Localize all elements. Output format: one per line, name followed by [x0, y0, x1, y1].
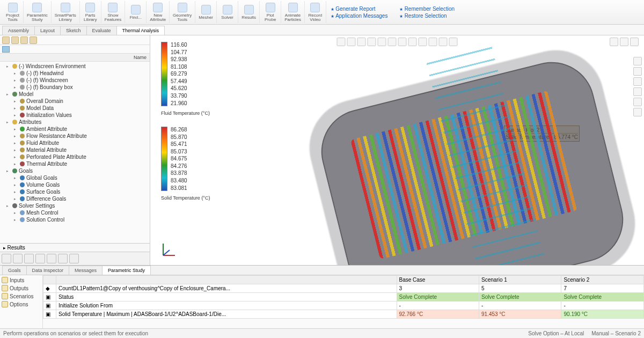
view-icon[interactable] [69, 254, 79, 263]
vp-icon[interactable] [357, 38, 366, 46]
tree-node[interactable]: Goals [3, 167, 149, 174]
ribbon-anim_part[interactable]: Animate Particles [281, 1, 305, 23]
vp-icon[interactable] [378, 38, 386, 46]
minimize-icon[interactable] [610, 38, 618, 46]
link-generate-report[interactable]: Generate Report [331, 6, 388, 12]
tree-node[interactable]: Model Data [3, 105, 149, 112]
ribbon-new_attr[interactable]: New Attribute [147, 1, 170, 23]
row-icon-cell[interactable]: ▣ [43, 293, 56, 302]
ribbon-find[interactable]: Find... [125, 1, 147, 23]
view-icon[interactable] [24, 254, 34, 263]
bottom-tab-goals[interactable]: Goals [2, 266, 27, 275]
ribbon-mesher[interactable]: Mesher [195, 1, 217, 23]
link-remember-selection[interactable]: Remember Selection [399, 6, 455, 12]
tree-tool-icon[interactable] [11, 36, 19, 44]
ribbon-parametric_study[interactable]: Parametric Study [24, 1, 52, 23]
tree-node[interactable]: Mesh Control [3, 209, 149, 216]
results-section-header[interactable]: ▸ Results [0, 243, 150, 252]
side-options[interactable]: Options [2, 301, 41, 307]
vp-side-icon[interactable] [633, 87, 642, 96]
side-inputs[interactable]: Inputs [2, 277, 41, 283]
link-app-messages[interactable]: Application Messages [331, 13, 388, 19]
row-icon-cell[interactable]: ◆ [43, 284, 56, 293]
tab-evaluate[interactable]: Evaluate [86, 26, 117, 35]
model-tree[interactable]: (-) Windscreen Environment(-) (f) Headwi… [0, 62, 150, 243]
tab-thermal-analysis[interactable]: Thermal Analysis [116, 26, 165, 35]
tree-node[interactable]: Attributes [3, 119, 149, 126]
ribbon-solver[interactable]: Solver [217, 1, 238, 23]
ribbon-smartparts[interactable]: SmartParts Library [52, 1, 80, 23]
tree-node[interactable]: (-) (f) Headwind [3, 70, 149, 77]
vp-icon[interactable] [347, 38, 356, 46]
ribbon-results[interactable]: Results [238, 1, 260, 23]
side-outputs[interactable]: Outputs [2, 285, 41, 291]
tree-node[interactable]: Overall Domain [3, 98, 149, 105]
close-icon[interactable] [630, 38, 639, 46]
ribbon-parts_lib[interactable]: Parts Library [80, 1, 101, 23]
tab-sketch[interactable]: Sketch [60, 26, 87, 35]
row-icon-cell[interactable]: ▣ [43, 310, 56, 319]
tree-node[interactable]: (-) (f) Boundary box [3, 84, 149, 91]
side-scenarios[interactable]: Scenarios [2, 293, 41, 299]
view-icon[interactable] [13, 254, 23, 263]
status-solve-option[interactable]: Solve Option – At Local [528, 330, 584, 336]
tree-node[interactable]: Volume Goals [3, 181, 149, 188]
tree-node[interactable]: (-) (f) Windscreen [3, 77, 149, 84]
tree-node[interactable]: Model [3, 91, 149, 98]
view-icon[interactable] [47, 254, 56, 263]
ribbon-geom_tools[interactable]: Geometry Tools [170, 1, 195, 23]
ribbon-probe[interactable]: Plot Probe [260, 1, 281, 23]
vp-icon[interactable] [337, 38, 346, 46]
bottom-panel: GoalsData InspectorMessagesParametric St… [0, 265, 644, 328]
vp-icon[interactable] [419, 38, 427, 46]
ribbon-project_tools[interactable]: Project Tools [2, 1, 24, 23]
tree-node[interactable]: Difference Goals [3, 195, 149, 202]
vp-icon[interactable] [449, 38, 458, 46]
tree-node[interactable]: Fluid Attribute [3, 139, 149, 146]
tree-node[interactable]: Ambient Attribute [3, 126, 149, 133]
tree-node[interactable]: Thermal Attribute [3, 160, 149, 167]
ribbon-show_feat[interactable]: Show Features [101, 1, 126, 23]
link-restore-selection[interactable]: Restore Selection [399, 13, 455, 19]
vp-side-icon[interactable] [633, 108, 642, 116]
vp-icon[interactable] [439, 38, 448, 46]
tree-node[interactable]: Perforated Plate Attribute [3, 153, 149, 160]
tree-tool-icon[interactable] [20, 36, 28, 44]
parametric-table-wrap[interactable]: Base CaseScenario 1Scenario 2◆CountDL1Pa… [43, 275, 644, 328]
row-icon-cell[interactable]: ▣ [43, 302, 56, 310]
tree-tool-icon[interactable] [2, 36, 10, 44]
vp-side-icon[interactable] [633, 77, 642, 86]
status-scenario[interactable]: Manual – Scenario 2 [591, 330, 641, 336]
tree-node[interactable]: Material Attribute [3, 146, 149, 153]
vp-side-icon[interactable] [633, 67, 642, 76]
tree-node[interactable]: Surface Goals [3, 188, 149, 195]
bottom-tab-parametric-study[interactable]: Parametric Study [102, 266, 151, 275]
tree-node[interactable]: Solver Settings [3, 202, 149, 209]
funnel-icon[interactable] [2, 46, 10, 53]
ribbon-rec_video[interactable]: Record Video [305, 1, 326, 23]
tab-assembly[interactable]: Assembly [2, 26, 35, 35]
maximize-icon[interactable] [620, 38, 628, 46]
bottom-tab-data-inspector[interactable]: Data Inspector [26, 266, 70, 275]
tree-node[interactable]: Flow Resistance Attribute [3, 133, 149, 139]
tree-icon [20, 134, 25, 138]
tree-node[interactable]: Global Goals [3, 174, 149, 181]
view-icon[interactable] [35, 254, 45, 263]
tree-tool-icon[interactable] [30, 36, 37, 44]
view-icon[interactable] [58, 254, 68, 263]
vp-icon[interactable] [388, 38, 397, 46]
vp-icon[interactable] [398, 38, 407, 46]
viewport-3d[interactable]: 116.60104.7792.93881.10869.27957.44945.6… [150, 35, 644, 265]
bottom-tab-messages[interactable]: Messages [69, 266, 103, 275]
vp-icon[interactable] [429, 38, 437, 46]
axis-triad[interactable] [160, 240, 178, 260]
view-icon[interactable] [2, 254, 11, 263]
vp-side-icon[interactable] [633, 98, 642, 106]
tree-node[interactable]: (-) Windscreen Environment [3, 63, 149, 70]
vp-icon[interactable] [368, 38, 376, 46]
vp-side-icon[interactable] [633, 57, 642, 65]
tree-node[interactable]: Initialization Values [3, 112, 149, 119]
tree-node[interactable]: Solution Control [3, 216, 149, 223]
vp-icon[interactable] [408, 38, 417, 46]
tab-layout[interactable]: Layout [34, 26, 61, 35]
